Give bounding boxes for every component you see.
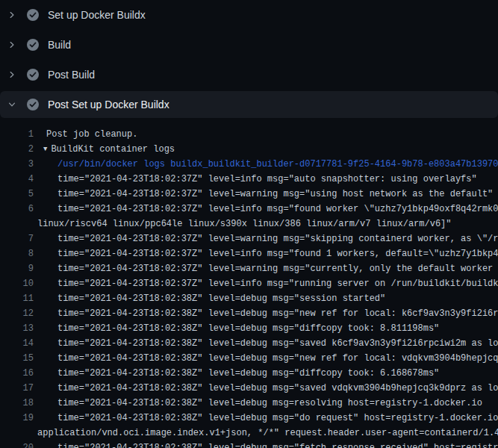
log-row: 8time="2021-04-23T18:02:37Z" level=info …: [0, 246, 498, 261]
log-text: time="2021-04-23T18:02:37Z" level=info m…: [57, 246, 498, 261]
line-number[interactable]: 14: [0, 336, 34, 351]
log-text: time="2021-04-23T18:02:37Z" level=warnin…: [57, 261, 498, 276]
log-text: time="2021-04-23T18:02:37Z" level=info m…: [57, 172, 477, 187]
log-row: linux/riscv64 linux/ppc64le linux/s390x …: [0, 217, 498, 231]
log-text: time="2021-04-23T18:02:38Z" level=debug …: [57, 291, 385, 306]
line-number[interactable]: 18: [0, 396, 34, 411]
log-row: 5time="2021-04-23T18:02:37Z" level=warni…: [0, 187, 498, 202]
line-number[interactable]: 12: [0, 306, 34, 321]
group-label[interactable]: BuildKit container logs: [51, 144, 175, 155]
chevron-right-icon: [7, 70, 16, 79]
chevron-down-icon: [7, 100, 16, 109]
chevron-right-icon: [7, 10, 16, 19]
log-text: ▼BuildKit container logs: [43, 142, 175, 157]
step-label: Post Build: [48, 69, 95, 81]
log-row: 12time="2021-04-23T18:02:38Z" level=debu…: [0, 306, 498, 321]
log-row: 20time="2021-04-23T18:02:38Z" level=debu…: [0, 441, 498, 448]
line-number[interactable]: 13: [0, 321, 34, 336]
job-steps-list: Set up Docker Buildx Build Post Build Po…: [0, 0, 498, 118]
step-row-build[interactable]: Build: [0, 30, 498, 60]
log-row: application/vnd.oci.image.index.v1+json,…: [0, 426, 498, 441]
log-row: 1Post job cleanup.: [0, 127, 498, 142]
log-row: 16time="2021-04-23T18:02:38Z" level=debu…: [0, 366, 498, 381]
line-number[interactable]: 15: [0, 351, 34, 366]
log-row: 18time="2021-04-23T18:02:38Z" level=debu…: [0, 396, 498, 411]
log-row: 11time="2021-04-23T18:02:38Z" level=debu…: [0, 291, 498, 306]
step-label: Set up Docker Buildx: [48, 9, 146, 21]
log-text: time="2021-04-23T18:02:37Z" level=warnin…: [57, 187, 493, 202]
line-number: [0, 217, 34, 231]
log-text: time="2021-04-23T18:02:38Z" level=debug …: [57, 411, 498, 426]
log-row: 2▼BuildKit container logs: [0, 142, 498, 157]
log-row: 7time="2021-04-23T18:02:37Z" level=warni…: [0, 231, 498, 246]
log-row: 17time="2021-04-23T18:02:38Z" level=debu…: [0, 381, 498, 396]
log-text: time="2021-04-23T18:02:38Z" level=debug …: [57, 321, 439, 336]
chevron-right-icon: [7, 40, 16, 49]
log-row: 10time="2021-04-23T18:02:37Z" level=info…: [0, 276, 498, 291]
log-text: time="2021-04-23T18:02:38Z" level=debug …: [57, 441, 498, 448]
line-number[interactable]: 5: [0, 187, 34, 202]
log-text: Post job cleanup.: [46, 127, 137, 142]
log-text: time="2021-04-23T18:02:38Z" level=debug …: [57, 336, 498, 351]
log-row: 14time="2021-04-23T18:02:38Z" level=debu…: [0, 336, 498, 351]
step-label: Build: [48, 39, 71, 51]
check-circle-icon: [27, 69, 39, 81]
log-text: time="2021-04-23T18:02:38Z" level=debug …: [57, 306, 498, 321]
step-row-post-build[interactable]: Post Build: [0, 60, 498, 90]
line-number[interactable]: 8: [0, 246, 34, 261]
log-row: 9time="2021-04-23T18:02:37Z" level=warni…: [0, 261, 498, 276]
log-text: linux/riscv64 linux/ppc64le linux/s390x …: [37, 217, 452, 231]
line-number[interactable]: 7: [0, 231, 34, 246]
log-row: 4time="2021-04-23T18:02:37Z" level=info …: [0, 172, 498, 187]
log-row: 3/usr/bin/docker logs buildx_buildkit_bu…: [0, 157, 498, 172]
log-row: 6time="2021-04-23T18:02:37Z" level=info …: [0, 202, 498, 217]
collapse-triangle-icon[interactable]: ▼: [43, 142, 47, 157]
log-row: 19time="2021-04-23T18:02:38Z" level=debu…: [0, 411, 498, 426]
line-number[interactable]: 16: [0, 366, 34, 381]
check-circle-icon: [27, 9, 39, 21]
log-text: time="2021-04-23T18:02:37Z" level=info m…: [57, 202, 498, 217]
check-circle-icon: [27, 39, 39, 51]
line-number[interactable]: 6: [0, 202, 34, 217]
log-text: application/vnd.oci.image.index.v1+json,…: [37, 426, 498, 441]
line-number[interactable]: 2: [0, 142, 34, 157]
line-number[interactable]: 3: [0, 157, 34, 172]
line-number[interactable]: 20: [0, 441, 34, 448]
line-number[interactable]: 1: [0, 127, 34, 142]
step-row-post-setup-docker-buildx[interactable]: Post Set up Docker Buildx: [0, 91, 498, 118]
line-number: [0, 426, 34, 441]
log-text: time="2021-04-23T18:02:38Z" level=debug …: [57, 396, 482, 411]
line-number[interactable]: 19: [0, 411, 34, 426]
log-text: time="2021-04-23T18:02:37Z" level=warnin…: [57, 231, 498, 246]
line-number[interactable]: 10: [0, 276, 34, 291]
command-text: /usr/bin/docker logs buildx_buildkit_bui…: [57, 157, 498, 172]
step-row-setup-docker-buildx[interactable]: Set up Docker Buildx: [0, 0, 498, 30]
log-row: 13time="2021-04-23T18:02:38Z" level=debu…: [0, 321, 498, 336]
log-text: time="2021-04-23T18:02:37Z" level=info m…: [57, 276, 498, 291]
check-circle-icon: [27, 99, 39, 111]
line-number[interactable]: 11: [0, 291, 34, 306]
log-text: time="2021-04-23T18:02:38Z" level=debug …: [57, 351, 498, 366]
log-row: 15time="2021-04-23T18:02:38Z" level=debu…: [0, 351, 498, 366]
step-label: Post Set up Docker Buildx: [48, 99, 169, 111]
line-number[interactable]: 17: [0, 381, 34, 396]
line-number[interactable]: 4: [0, 172, 34, 187]
log-text: time="2021-04-23T18:02:38Z" level=debug …: [57, 381, 498, 396]
log-text: time="2021-04-23T18:02:38Z" level=debug …: [57, 366, 439, 381]
step-log-output: 1Post job cleanup.2▼BuildKit container l…: [0, 118, 498, 448]
line-number[interactable]: 9: [0, 261, 34, 276]
